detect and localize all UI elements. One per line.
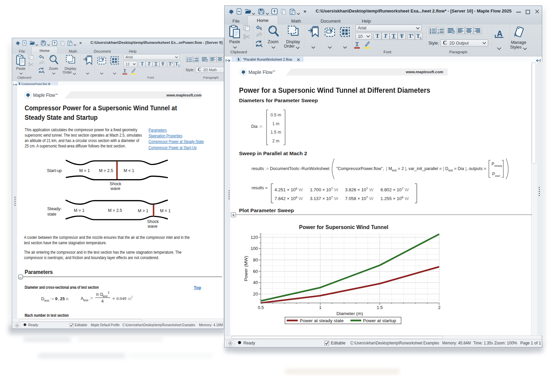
svg-text:2 m: 2 m: [272, 139, 280, 143]
svg-text:1: 1: [319, 305, 321, 310]
svg-text:0.5 m: 0.5 m: [270, 113, 281, 117]
svg-text:steady: steady: [494, 164, 502, 167]
svg-text:80: 80: [253, 257, 258, 262]
svg-text:4.251 × 106 W: 4.251 × 106 W: [274, 187, 303, 192]
svg-text:40: 40: [253, 280, 258, 285]
svg-text:60: 60: [253, 269, 258, 274]
svg-text:1.700 × 107 W: 1.700 × 107 W: [310, 187, 338, 192]
svg-text:1 m: 1 m: [272, 121, 280, 126]
svg-text:Steady-: Steady-: [47, 206, 62, 211]
svg-text:1.5: 1.5: [377, 305, 383, 310]
svg-text:20: 20: [253, 291, 258, 297]
svg-text:100: 100: [251, 246, 258, 251]
svg-text:start: start: [495, 174, 500, 177]
svg-text:M = 2.5: M = 2.5: [99, 168, 113, 173]
svg-text:2: 2: [131, 295, 133, 299]
svg-text:2: 2: [438, 305, 440, 310]
svg-text:π·D: π·D: [96, 292, 103, 297]
svg-text:state: state: [47, 212, 56, 217]
svg-text:Shock: Shock: [110, 181, 122, 186]
svg-text::=: :=: [89, 296, 93, 301]
svg-text:4: 4: [101, 299, 104, 304]
svg-text:Power at steady state: Power at steady state: [300, 318, 344, 323]
svg-text:wave: wave: [110, 186, 121, 191]
svg-text:Shock: Shock: [147, 219, 159, 224]
svg-text:2: 2: [438, 31, 439, 34]
svg-text:1: 1: [438, 28, 439, 31]
svg-text:3.826 × 107 W: 3.826 × 107 W: [345, 187, 373, 192]
svg-text:M = 1: M = 1: [79, 168, 90, 173]
svg-text:test: test: [103, 295, 108, 298]
svg-text:M < 1: M < 1: [160, 208, 170, 213]
svg-text:1.255 × 108 W: 1.255 × 108 W: [380, 196, 409, 201]
svg-text:1.5 m: 1.5 m: [270, 130, 281, 135]
svg-text:Power at startup: Power at startup: [363, 318, 396, 323]
svg-text:Start-up: Start-up: [47, 168, 62, 173]
svg-text:test: test: [83, 299, 88, 302]
svg-text:1: 1: [193, 57, 194, 59]
svg-text:2: 2: [108, 291, 109, 294]
svg-text:Diameter (m): Diameter (m): [337, 311, 363, 316]
svg-text:P: P: [492, 162, 494, 166]
svg-text:7.058 × 107 W: 7.058 × 107 W: [345, 196, 373, 201]
svg-text:=: =: [112, 296, 115, 301]
svg-text:M = 1: M = 1: [74, 208, 84, 213]
svg-text:7.842 × 106 W: 7.842 × 106 W: [274, 196, 303, 201]
svg-text:Power for Supersonic Wind Tunn: Power for Supersonic Wind Tunnel: [299, 224, 388, 230]
svg-text:0.5: 0.5: [258, 305, 264, 310]
svg-text:Power (MW): Power (MW): [243, 256, 248, 281]
svg-text:M > 1: M > 1: [138, 208, 148, 213]
svg-text:P: P: [492, 172, 495, 176]
svg-text:0.049: 0.049: [116, 296, 126, 301]
svg-text:A: A: [497, 30, 503, 38]
svg-text:120: 120: [251, 235, 258, 240]
svg-text:2: 2: [193, 59, 194, 62]
svg-text:M = 2.5: M = 2.5: [108, 208, 122, 213]
svg-text:M < 1: M < 1: [124, 168, 134, 173]
svg-text:3.137 × 107 W: 3.137 × 107 W: [310, 196, 338, 201]
svg-text:wave: wave: [148, 224, 158, 229]
svg-text:6.802 × 107 W: 6.802 × 107 W: [380, 187, 409, 192]
